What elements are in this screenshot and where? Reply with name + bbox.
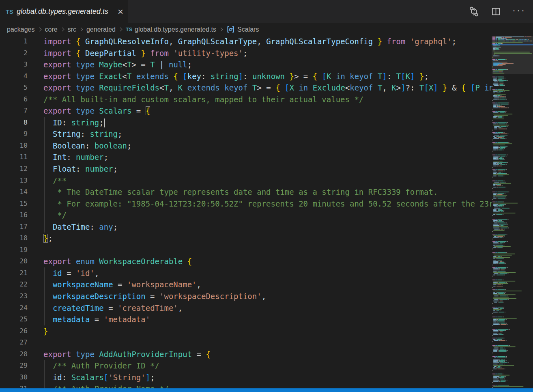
- code-line-18[interactable]: 18};: [0, 233, 492, 244]
- indent: [43, 141, 53, 150]
- line-number[interactable]: 11: [0, 151, 43, 163]
- code-line-27[interactable]: 27: [0, 337, 492, 349]
- line-number[interactable]: 8: [0, 117, 43, 129]
- code-line-7[interactable]: 7export type Scalars = {: [0, 105, 492, 117]
- line-number[interactable]: 1: [0, 36, 43, 47]
- code-token: ;: [187, 60, 192, 69]
- code-line-24[interactable]: 24 createdTime = 'createdTime',: [0, 302, 492, 314]
- code-token: [: [424, 83, 428, 92]
- open-changes-icon[interactable]: [469, 6, 479, 17]
- code-line-28[interactable]: 28export type AddAuthProviderInput = {: [0, 349, 492, 360]
- code-line-10[interactable]: 10 Boolean: boolean;: [0, 140, 492, 152]
- line-number[interactable]: 9: [0, 128, 43, 140]
- code-line-6[interactable]: 6/** All built-in and custom scalars, ma…: [0, 94, 492, 106]
- line-number[interactable]: 15: [0, 198, 43, 210]
- line-number[interactable]: 2: [0, 47, 43, 59]
- code-line-13[interactable]: 13 /**: [0, 175, 492, 187]
- code-line-31[interactable]: 31 /** Auth Provider Name */: [0, 383, 492, 388]
- breadcrumb-item-packages[interactable]: packages: [7, 26, 35, 33]
- indent: [43, 280, 53, 289]
- line-number[interactable]: 14: [0, 186, 43, 198]
- line-number[interactable]: 12: [0, 163, 43, 175]
- close-icon[interactable]: ×: [118, 7, 123, 17]
- code-token: [71, 106, 76, 115]
- code-line-8[interactable]: 8 ID: string;: [0, 117, 492, 129]
- code-line-17[interactable]: 17 DateTime: any;: [0, 221, 492, 233]
- breadcrumb-label: global.db.types.generated.ts: [135, 26, 216, 33]
- line-number[interactable]: 5: [0, 82, 43, 94]
- line-number[interactable]: 26: [0, 325, 43, 337]
- line-number[interactable]: 18: [0, 233, 43, 244]
- code-line-19[interactable]: 19: [0, 244, 492, 256]
- breadcrumb-item-src[interactable]: src: [68, 26, 76, 33]
- code-line-30[interactable]: 30 id: Scalars['String'];: [0, 372, 492, 383]
- editor-tab[interactable]: TS global.db.types.generated.ts ×: [0, 0, 128, 23]
- code-token: [169, 72, 173, 81]
- code-line-21[interactable]: 21 id = 'id',: [0, 267, 492, 279]
- line-number[interactable]: 28: [0, 349, 43, 360]
- line-number[interactable]: 7: [0, 105, 43, 117]
- code-line-20[interactable]: 20export enum WorkspaceOrderable {: [0, 256, 492, 267]
- code-token: GraphQLScalarType: [173, 37, 257, 46]
- code-token: ;: [243, 49, 247, 58]
- code-token: :: [76, 164, 85, 173]
- line-number[interactable]: 22: [0, 279, 43, 291]
- code-token: ]: [146, 373, 150, 382]
- line-number[interactable]: 29: [0, 360, 43, 372]
- line-number[interactable]: 25: [0, 314, 43, 325]
- code-line-12[interactable]: 12 Float: number;: [0, 163, 492, 175]
- code-token: [71, 60, 76, 69]
- code-token: workspaceName: [53, 280, 113, 289]
- code-editor[interactable]: 1import { GraphQLResolveInfo, GraphQLSca…: [0, 36, 492, 388]
- breadcrumb-item-core[interactable]: core: [45, 26, 58, 33]
- line-number[interactable]: 19: [0, 244, 43, 256]
- code-line-1[interactable]: 1import { GraphQLResolveInfo, GraphQLSca…: [0, 36, 492, 47]
- breadcrumb-item-global-db-types-generated-ts[interactable]: TSglobal.db.types.generated.ts: [126, 26, 216, 33]
- code-line-14[interactable]: 14 * The DateTime scalar type represents…: [0, 186, 492, 198]
- code-line-4[interactable]: 4export type Exact<T extends { [key: str…: [0, 71, 492, 82]
- line-number[interactable]: 16: [0, 209, 43, 221]
- code-line-2[interactable]: 2import { DeepPartial } from 'utility-ty…: [0, 47, 492, 59]
- line-number[interactable]: 4: [0, 71, 43, 82]
- breadcrumb-item-scalars[interactable]: Scalars: [226, 25, 259, 34]
- code-token: keyof: [224, 83, 247, 92]
- code-token: Exclude: [313, 83, 345, 92]
- breadcrumb-label: packages: [7, 26, 35, 33]
- code-text: id = 'id',: [43, 267, 99, 279]
- code-line-23[interactable]: 23 workspaceDescription = 'workspaceDesc…: [0, 291, 492, 302]
- code-line-9[interactable]: 9 String: string;: [0, 128, 492, 140]
- line-number[interactable]: 31: [0, 383, 43, 388]
- line-number[interactable]: 21: [0, 267, 43, 279]
- code-line-26[interactable]: 26}: [0, 325, 492, 337]
- code-line-25[interactable]: 25 metadata = 'metadata': [0, 314, 492, 325]
- code-text: String: string;: [43, 128, 123, 140]
- split-editor-icon[interactable]: [491, 6, 501, 17]
- code-line-5[interactable]: 5export type RequireFields<T, K extends …: [0, 82, 492, 94]
- line-number[interactable]: 17: [0, 221, 43, 233]
- line-number[interactable]: 6: [0, 94, 43, 106]
- code-token: [382, 37, 387, 46]
- code-token: ,: [257, 37, 261, 46]
- line-number[interactable]: 23: [0, 291, 43, 302]
- line-number[interactable]: 24: [0, 302, 43, 314]
- editor-actions: ···: [469, 0, 533, 23]
- code-token: string: [71, 118, 99, 127]
- minimap[interactable]: [492, 36, 533, 388]
- code-line-29[interactable]: 29 /** Auth Provider ID */: [0, 360, 492, 372]
- line-number[interactable]: 10: [0, 140, 43, 152]
- code-text: /**: [43, 175, 67, 187]
- line-number[interactable]: 3: [0, 59, 43, 71]
- more-actions-icon[interactable]: ···: [512, 8, 526, 15]
- line-number[interactable]: 27: [0, 337, 43, 349]
- line-number[interactable]: 13: [0, 175, 43, 187]
- code-line-15[interactable]: 15 * For example: "1985-04-12T23:20:50.5…: [0, 198, 492, 210]
- line-number[interactable]: 30: [0, 372, 43, 383]
- code-token: ;: [150, 373, 155, 382]
- line-number[interactable]: 20: [0, 256, 43, 267]
- breadcrumb-item-generated[interactable]: generated: [86, 26, 116, 33]
- code-line-3[interactable]: 3export type Maybe<T> = T | null;: [0, 59, 492, 71]
- status-bar[interactable]: [0, 388, 533, 392]
- code-line-22[interactable]: 22 workspaceName = 'workspaceName',: [0, 279, 492, 291]
- code-line-11[interactable]: 11 Int: number;: [0, 151, 492, 163]
- code-line-16[interactable]: 16 */: [0, 209, 492, 221]
